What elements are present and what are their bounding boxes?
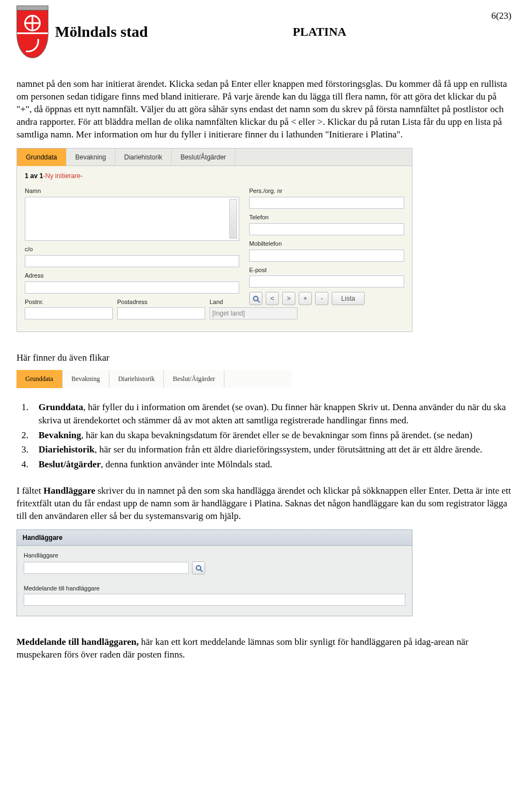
minus-button[interactable]: - bbox=[315, 292, 328, 305]
meddelande-input[interactable] bbox=[24, 594, 405, 606]
postnr-input[interactable] bbox=[25, 307, 113, 319]
lista-button[interactable]: Lista bbox=[332, 292, 365, 305]
handlaggare-paragraph: I fältet Handläggare skriver du in namne… bbox=[16, 485, 512, 523]
tab-grunddata[interactable]: Grunddata bbox=[17, 148, 67, 166]
search-button[interactable] bbox=[249, 292, 262, 305]
tab-beslut[interactable]: Beslut/Åtgärder bbox=[172, 148, 235, 165]
page-number: 6(23) bbox=[491, 5, 512, 23]
label-postadress: Postadress bbox=[117, 298, 205, 306]
label-meddelande: Meddelande till handläggare bbox=[24, 584, 405, 593]
label-postnr: Postnr. bbox=[25, 298, 113, 306]
intro-paragraph: namnet på den som har initierat ärendet.… bbox=[16, 78, 512, 141]
handlaggare-input[interactable] bbox=[24, 562, 189, 574]
handlaggare-panel: Handläggare Handläggare Meddelande till … bbox=[16, 529, 413, 617]
brand-name: Mölndals stad bbox=[55, 21, 148, 42]
desc-grunddata: Grunddata, här fyller du i information o… bbox=[31, 401, 512, 428]
city-crest-icon bbox=[16, 5, 48, 58]
meddelande-paragraph: Meddelande till handläggaren, här kan et… bbox=[16, 636, 512, 661]
epost-input[interactable] bbox=[249, 275, 404, 288]
desc-diariehistorik: Diariehistorik, här ser du information f… bbox=[31, 443, 512, 457]
tab2-diariehistorik[interactable]: Diariehistorik bbox=[109, 370, 164, 387]
document-system-title: PLATINA bbox=[293, 24, 346, 40]
desc-bevakning: Bevakning, här kan du skapa bevakningsda… bbox=[31, 429, 512, 443]
initiator-new-label: -Ny initierare- bbox=[43, 172, 82, 180]
label-epost: E-post bbox=[249, 266, 404, 274]
label-persorg: Pers./org. nr bbox=[249, 187, 404, 195]
desc-beslut: Beslut/åtgärder, denna funktion använder… bbox=[31, 458, 512, 472]
tab-descriptions: Grunddata, här fyller du i information o… bbox=[31, 401, 512, 472]
label-co: c/o bbox=[25, 245, 239, 253]
handlaggare-panel-title: Handläggare bbox=[17, 530, 412, 546]
postadress-input[interactable] bbox=[117, 307, 205, 319]
label-namn: Namn bbox=[25, 187, 239, 195]
handlaggare-search-button[interactable] bbox=[192, 561, 205, 575]
magnifier-icon bbox=[253, 296, 258, 301]
label-telefon: Telefon bbox=[249, 213, 404, 222]
co-input[interactable] bbox=[25, 255, 239, 267]
adress-input[interactable] bbox=[25, 281, 239, 294]
label-mobil: Mobiltelefon bbox=[249, 240, 404, 248]
tab2-bevakning[interactable]: Bevakning bbox=[63, 370, 109, 387]
prev-button[interactable]: < bbox=[266, 292, 279, 305]
tab-diariehistorik[interactable]: Diariehistorik bbox=[116, 148, 172, 165]
magnifier-icon bbox=[196, 565, 201, 571]
tab-strip: Grunddata Bevakning Diariehistorik Beslu… bbox=[16, 370, 292, 387]
tabs-intro: Här finner du även flikar bbox=[16, 352, 512, 364]
tab-bevakning[interactable]: Bevakning bbox=[67, 148, 116, 165]
plus-button[interactable]: + bbox=[299, 292, 312, 305]
telefon-input[interactable] bbox=[249, 223, 404, 235]
label-adress: Adress bbox=[25, 272, 239, 280]
namn-listbox[interactable] bbox=[25, 197, 239, 241]
tab2-grunddata[interactable]: Grunddata bbox=[16, 370, 63, 388]
next-button[interactable]: > bbox=[282, 292, 295, 305]
initiator-count: 1 av 1 bbox=[25, 172, 43, 180]
mobil-input[interactable] bbox=[249, 250, 404, 262]
label-handlaggare: Handläggare bbox=[24, 551, 405, 560]
tab2-beslut[interactable]: Beslut/Åtgärder bbox=[164, 370, 224, 387]
persorg-input[interactable] bbox=[249, 197, 404, 209]
initiator-panel: Grunddata Bevakning Diariehistorik Beslu… bbox=[16, 148, 413, 333]
